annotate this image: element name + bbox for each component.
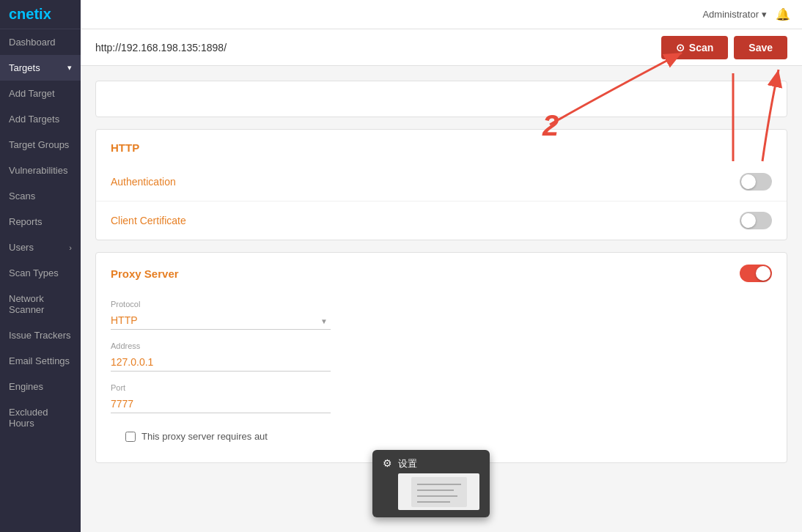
target-url: http://192.168.198.135:1898/ (95, 42, 227, 53)
sidebar-item-reports[interactable]: Reports (0, 209, 81, 234)
proxy-server-title: Proxy Server (111, 267, 179, 280)
sidebar-item-email-settings[interactable]: Email Settings (0, 348, 81, 374)
proxy-header: Proxy Server (96, 253, 787, 294)
address-field-group: Address (111, 341, 772, 372)
app-logo: cnetix (0, 0, 81, 29)
settings-popup-title: 设置 (398, 457, 479, 470)
port-input[interactable] (111, 395, 331, 413)
proxy-body: Protocol HTTP HTTPS SOCKS4 SOCKS5 (96, 294, 787, 462)
bell-icon[interactable]: 🔔 (776, 7, 790, 21)
authentication-toggle[interactable] (740, 173, 772, 191)
protocol-select[interactable]: HTTP HTTPS SOCKS4 SOCKS5 (111, 311, 331, 330)
protocol-field-group: Protocol HTTP HTTPS SOCKS4 SOCKS5 (111, 300, 772, 330)
port-label: Port (111, 383, 772, 392)
url-bar: http://192.168.198.135:1898/ ⊙ Scan Save (81, 29, 802, 66)
sidebar-item-engines[interactable]: Engines (0, 374, 81, 399)
settings-popup-body (398, 473, 479, 510)
sidebar-item-excluded-hours[interactable]: Excluded Hours (0, 399, 81, 436)
auth-checkbox[interactable] (125, 432, 136, 442)
sidebar-item-scans[interactable]: Scans (0, 183, 81, 209)
topbar-actions: ⊙ Scan Save (661, 36, 787, 59)
chevron-right-icon: › (69, 243, 72, 252)
svg-rect-3 (411, 477, 467, 507)
scan-button[interactable]: ⊙ Scan (661, 36, 728, 59)
port-field-group: Port (111, 383, 772, 413)
sidebar-item-issue-trackers[interactable]: Issue Trackers (0, 322, 81, 348)
user-menu[interactable]: Administrator ▾ (702, 9, 767, 20)
sidebar-item-target-groups[interactable]: Target Groups (0, 132, 81, 158)
sidebar-item-users[interactable]: Users › (0, 234, 81, 260)
settings-popup-content: 设置 (398, 457, 479, 510)
sidebar-item-dashboard[interactable]: Dashboard (0, 29, 81, 55)
sidebar: cnetix Dashboard Targets ▾ Add Target Ad… (0, 0, 81, 532)
client-certificate-toggle[interactable] (740, 212, 772, 229)
settings-gear-icon: ⚙ (383, 457, 392, 469)
sidebar-item-add-target[interactable]: Add Target (0, 81, 81, 106)
chevron-down-icon: ▾ (67, 63, 72, 73)
nav-topbar: Administrator ▾ 🔔 (81, 0, 802, 29)
sidebar-item-targets[interactable]: Targets ▾ (0, 55, 81, 81)
http-section-card: HTTP Authentication Client Certificate (95, 129, 787, 240)
sidebar-item-add-targets[interactable]: Add Targets (0, 106, 81, 132)
chevron-down-icon: ▾ (762, 9, 767, 20)
proxy-server-card: Proxy Server Protocol HTTP HTTPS SOCKS4 … (95, 252, 787, 463)
auth-checkbox-label: This proxy server requires aut (141, 431, 268, 442)
sidebar-item-network-scanner[interactable]: Network Scanner (0, 286, 81, 322)
address-input[interactable] (111, 353, 331, 372)
client-certificate-label: Client Certificate (111, 215, 186, 226)
save-button[interactable]: Save (734, 36, 787, 59)
protocol-select-wrapper: HTTP HTTPS SOCKS4 SOCKS5 (111, 311, 331, 330)
proxy-server-toggle[interactable] (740, 265, 772, 282)
authentication-row: Authentication (96, 163, 787, 202)
client-certificate-row: Client Certificate (96, 202, 787, 240)
authentication-label: Authentication (111, 176, 176, 188)
auth-checkbox-row: This proxy server requires aut (111, 425, 772, 448)
scan-icon: ⊙ (676, 42, 685, 53)
user-name: Administrator (702, 9, 759, 20)
address-label: Address (111, 341, 772, 350)
sidebar-item-vulnerabilities[interactable]: Vulnerabilities (0, 158, 81, 183)
top-card (95, 81, 787, 117)
protocol-label: Protocol (111, 300, 772, 309)
http-section-title: HTTP (96, 130, 787, 163)
sidebar-item-scan-types[interactable]: Scan Types (0, 260, 81, 286)
